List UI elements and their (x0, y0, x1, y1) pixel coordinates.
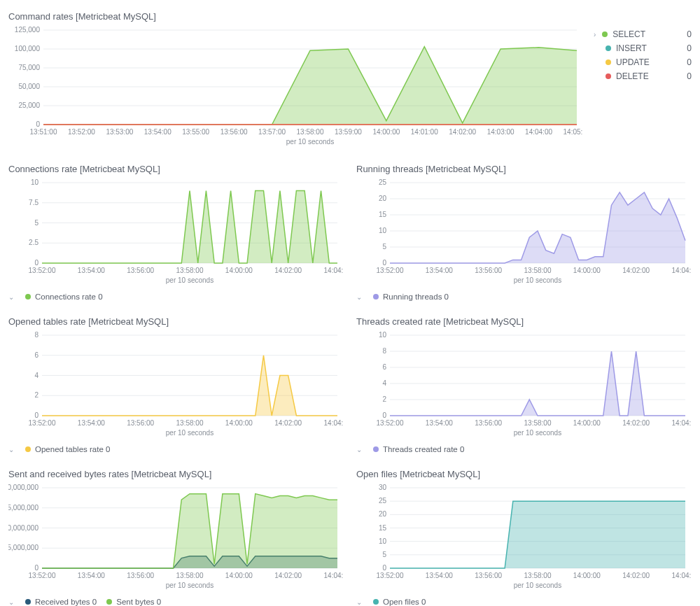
svg-text:0: 0 (34, 564, 38, 572)
legend-value: 0 (687, 43, 692, 53)
svg-text:13:58:00: 13:58:00 (524, 572, 552, 579)
chevron-down-icon[interactable]: ⌄ (356, 446, 362, 453)
panel-title: Sent and received bytes rates [Metricbea… (8, 469, 344, 479)
svg-text:13:56:00: 13:56:00 (475, 267, 502, 274)
svg-text:per 10 seconds: per 10 seconds (514, 429, 561, 437)
chevron-down-icon[interactable]: ⌄ (8, 446, 14, 453)
running_threads-chart: 051015202513:52:0013:54:0013:56:0013:58:… (356, 178, 691, 287)
svg-text:per 10 seconds: per 10 seconds (286, 138, 334, 146)
connections_rate-chart: 02.557.51013:52:0013:54:0013:56:0013:58:… (8, 178, 343, 287)
svg-text:0: 0 (36, 120, 40, 128)
legend-item[interactable]: INSERT0 (594, 41, 692, 55)
svg-text:13:56:00: 13:56:00 (220, 128, 248, 136)
legend-item[interactable]: DELETE0 (594, 69, 692, 83)
svg-text:15: 15 (379, 211, 387, 218)
svg-text:13:56:00: 13:56:00 (475, 419, 502, 427)
legend-item[interactable]: Opened tables rate 0 (25, 445, 110, 453)
svg-text:4: 4 (382, 379, 386, 387)
svg-text:13:54:00: 13:54:00 (78, 267, 105, 274)
svg-text:14:04:00: 14:04:00 (672, 572, 691, 579)
legend: ⌄Opened tables rate 0 (8, 445, 344, 453)
svg-text:13:58:00: 13:58:00 (176, 267, 204, 274)
svg-text:14:04:00: 14:04:00 (672, 267, 691, 274)
svg-text:6: 6 (382, 363, 386, 371)
svg-text:13:58:00: 13:58:00 (524, 267, 552, 274)
svg-text:2.5: 2.5 (29, 239, 38, 246)
legend-dot-icon (25, 599, 31, 605)
svg-text:14:04:00: 14:04:00 (525, 128, 552, 136)
svg-text:13:55:00: 13:55:00 (182, 128, 209, 136)
svg-text:0: 0 (34, 259, 38, 267)
svg-text:20,000,000: 20,000,000 (8, 484, 38, 491)
chevron-right-icon[interactable]: › (594, 31, 596, 38)
svg-text:13:52:00: 13:52:00 (29, 572, 56, 579)
chevron-down-icon[interactable]: ⌄ (8, 598, 14, 606)
svg-text:7.5: 7.5 (29, 199, 38, 206)
chevron-down-icon[interactable]: ⌄ (356, 598, 362, 606)
svg-text:13:53:00: 13:53:00 (106, 128, 133, 136)
chevron-down-icon[interactable]: ⌄ (8, 293, 14, 301)
legend-label: Connections rate 0 (35, 293, 103, 301)
svg-text:14:04:00: 14:04:00 (324, 267, 343, 274)
legend: ⌄Received bytes 0Sent bytes 0 (8, 598, 344, 606)
svg-text:13:52:00: 13:52:00 (377, 572, 404, 579)
legend-label: Sent bytes 0 (116, 598, 161, 606)
svg-text:14:00:00: 14:00:00 (573, 419, 601, 427)
svg-text:14:00:00: 14:00:00 (372, 128, 400, 136)
series-opened-tables-rate (42, 355, 337, 416)
svg-text:10: 10 (379, 227, 387, 234)
legend-item[interactable]: Threads created rate 0 (373, 445, 464, 453)
chevron-down-icon[interactable]: ⌄ (356, 293, 362, 301)
svg-text:13:56:00: 13:56:00 (127, 419, 154, 427)
panel-title: Opened tables rate [Metricbeat MySQL] (8, 316, 344, 327)
legend-label: Open files 0 (383, 598, 426, 606)
svg-text:14:00:00: 14:00:00 (573, 267, 601, 274)
svg-text:14:00:00: 14:00:00 (225, 267, 253, 274)
svg-text:13:51:00: 13:51:00 (30, 128, 57, 136)
svg-text:13:52:00: 13:52:00 (377, 419, 404, 427)
legend-item[interactable]: Open files 0 (373, 598, 426, 606)
svg-text:0: 0 (34, 411, 38, 419)
panel-title: Connections rate [Metricbeat MySQL] (8, 164, 344, 174)
svg-text:13:54:00: 13:54:00 (426, 267, 453, 274)
panel-title: Command rates [Metricbeat MySQL] (8, 11, 692, 22)
svg-text:14:02:00: 14:02:00 (622, 572, 650, 579)
legend-dot-icon (373, 446, 379, 452)
svg-text:2: 2 (382, 395, 386, 403)
svg-text:per 10 seconds: per 10 seconds (514, 582, 561, 589)
svg-text:13:52:00: 13:52:00 (377, 267, 404, 274)
legend-item[interactable]: Running threads 0 (373, 293, 449, 301)
svg-text:15,000,000: 15,000,000 (8, 504, 38, 512)
svg-text:50,000: 50,000 (18, 83, 40, 90)
legend-value: 0 (687, 29, 692, 39)
legend-item[interactable]: UPDATE0 (594, 55, 692, 69)
panel-title: Running threads [Metricbeat MySQL] (356, 164, 692, 174)
legend-dot-icon (606, 45, 611, 51)
svg-text:75,000: 75,000 (18, 64, 40, 71)
side-legend: ›SELECT0INSERT0UPDATE0DELETE0 (594, 26, 692, 83)
svg-text:13:57:00: 13:57:00 (258, 128, 286, 136)
svg-text:6: 6 (34, 351, 38, 359)
svg-text:5: 5 (382, 551, 386, 558)
legend: ⌄Running threads 0 (356, 293, 692, 301)
svg-text:0: 0 (382, 411, 386, 419)
svg-text:10,000,000: 10,000,000 (8, 524, 38, 532)
legend-dot-icon (106, 599, 112, 605)
svg-text:8: 8 (382, 347, 386, 355)
svg-text:13:54:00: 13:54:00 (144, 128, 172, 136)
legend-label: DELETE (616, 71, 649, 81)
bytes_rates-chart: 05,000,00010,000,00015,000,00020,000,000… (8, 484, 343, 592)
svg-text:14:04:00: 14:04:00 (672, 419, 691, 427)
svg-text:100,000: 100,000 (15, 45, 41, 52)
svg-text:14:04:00: 14:04:00 (324, 419, 343, 427)
legend-item[interactable]: Sent bytes 0 (106, 598, 161, 606)
legend-dot-icon (606, 73, 611, 79)
svg-text:14:00:00: 14:00:00 (225, 419, 253, 427)
legend-item[interactable]: Received bytes 0 (25, 598, 97, 606)
legend-item[interactable]: ›SELECT0 (594, 27, 692, 41)
svg-text:25: 25 (379, 497, 387, 505)
svg-text:25,000: 25,000 (18, 101, 40, 109)
svg-text:14:03:00: 14:03:00 (487, 128, 514, 136)
legend-item[interactable]: Connections rate 0 (25, 293, 103, 301)
legend-label: UPDATE (616, 57, 650, 67)
